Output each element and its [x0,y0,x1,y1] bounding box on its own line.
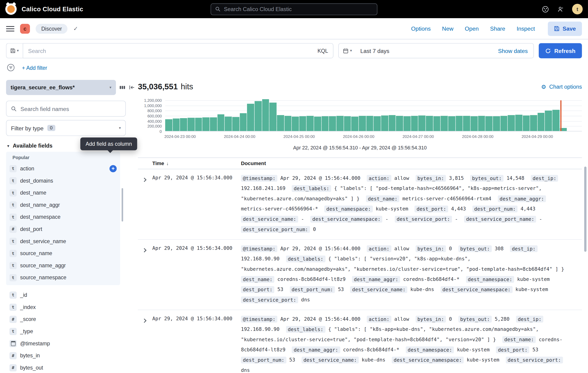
histogram-bar[interactable] [508,115,515,131]
calendar-button[interactable]: ▾ [339,43,356,58]
expand-row-button[interactable] [138,173,152,234]
histogram-bar[interactable] [530,115,537,131]
histogram-bar[interactable] [455,116,463,131]
field-item-_score[interactable]: #_score [6,313,120,325]
save-button[interactable]: Save [548,21,582,36]
histogram-bar[interactable] [419,116,426,131]
field-item-source_namespace[interactable]: tsource_namespace [6,272,120,284]
cluster-icon[interactable] [542,6,549,13]
histogram-bar[interactable] [255,101,262,131]
nav-link-new[interactable]: New [442,25,453,32]
histogram-bar[interactable] [403,116,410,131]
histogram-bar[interactable] [463,116,470,131]
histogram-bar[interactable] [374,116,381,131]
index-pattern-select[interactable]: tigera_secure_ee_flows* ▾ [6,80,116,95]
field-item-dest_service_name[interactable]: tdest_service_name [6,235,120,247]
histogram-bar[interactable] [359,116,366,131]
histogram-bar[interactable] [292,117,299,131]
expand-row-button[interactable] [138,243,152,305]
nav-link-share[interactable]: Share [490,25,505,32]
histogram-bar[interactable] [500,116,507,131]
histogram-bar[interactable] [485,116,493,131]
histogram-bar[interactable] [322,116,329,131]
histogram-bar[interactable] [523,116,530,131]
histogram-bar[interactable] [381,116,388,131]
field-item-source_name_aggr[interactable]: tsource_name_aggr [6,259,120,272]
histogram-bar[interactable] [314,117,321,131]
add-filter-button[interactable]: + Add filter [22,64,47,71]
histogram-bar[interactable] [396,116,403,131]
histogram-bar[interactable] [232,117,239,131]
histogram-bar[interactable] [188,118,195,131]
field-item-dest_domains[interactable]: tdest_domains [6,174,120,187]
grid-view-button[interactable] [119,84,125,91]
histogram-bar[interactable] [173,119,180,131]
field-item-bytes_out[interactable]: #bytes_out [6,362,120,373]
chart-options-button[interactable]: ⚙ Chart options [541,84,582,90]
histogram-bar[interactable] [180,118,187,131]
time-range-label[interactable]: Last 7 days [356,47,498,54]
histogram-bar[interactable] [247,104,254,131]
histogram-bar[interactable] [284,116,292,131]
field-item-@timestamp[interactable]: @timestamp [6,337,120,350]
histogram-bar[interactable] [389,115,396,131]
histogram-bar[interactable] [307,116,314,131]
histogram-bar[interactable] [240,113,247,131]
histogram-bar[interactable] [225,117,232,131]
table-scrollbar[interactable] [584,166,587,252]
collapse-sidebar-button[interactable] [129,84,135,91]
field-item-action[interactable]: taction+ [6,162,120,174]
field-item-dest_name[interactable]: tdest_name [6,187,120,199]
assistant-icon[interactable] [557,6,564,13]
space-avatar[interactable]: c [20,24,30,34]
field-item-bytes_in[interactable]: #bytes_in [6,350,120,362]
nav-link-open[interactable]: Open [465,25,479,32]
histogram-bar[interactable] [202,117,210,131]
kql-button[interactable]: KQL [317,48,328,54]
field-item-dest_namespace[interactable]: tdest_namespace [6,211,120,223]
histogram-bar[interactable] [471,116,478,131]
breadcrumb-discover[interactable]: Discover [36,24,68,34]
filter-icon[interactable] [7,63,15,72]
show-dates-button[interactable]: Show dates [498,47,534,54]
histogram-bar[interactable] [441,116,448,131]
histogram-bar[interactable] [411,116,418,131]
add-field-as-column-button[interactable]: + [109,165,116,172]
histogram-bar[interactable] [344,116,351,131]
histogram-bar[interactable] [545,111,552,131]
refresh-button[interactable]: Refresh [539,43,582,58]
histogram-bar[interactable] [478,116,485,131]
histogram-bar[interactable] [553,110,560,131]
query-input[interactable]: Search KQL [23,43,333,58]
global-search-input[interactable]: Search Calico Cloud Elastic [210,3,377,15]
histogram-bar[interactable] [269,102,276,131]
user-avatar[interactable]: t [572,4,583,14]
histogram-bar[interactable] [210,117,217,131]
field-item-source_name[interactable]: tsource_name [6,247,120,260]
histogram-bar[interactable] [299,116,306,131]
nav-link-inspect[interactable]: Inspect [516,25,535,32]
histogram-bar[interactable] [165,119,172,131]
histogram-bar[interactable] [217,114,224,131]
histogram-bar[interactable] [351,117,358,131]
expand-row-button[interactable] [138,314,152,373]
field-item-dest_port[interactable]: #dest_port [6,223,120,235]
field-item-_type[interactable]: t_type [6,325,120,337]
histogram-bar[interactable] [433,116,440,131]
time-column-header[interactable]: Time ↓ [152,161,241,166]
menu-button[interactable] [6,24,14,33]
field-item-dest_name_aggr[interactable]: tdest_name_aggr [6,199,120,211]
histogram-bar[interactable] [515,115,522,131]
filter-by-type-select[interactable]: Filter by type 0 ▾ [6,120,126,136]
nav-link-options[interactable]: Options [411,25,431,32]
histogram-bar[interactable] [493,116,500,131]
field-item-_id[interactable]: t_id [6,289,120,301]
field-item-_index[interactable]: t_index [6,301,120,313]
histogram-bar[interactable] [336,116,344,131]
histogram-bar[interactable] [262,99,269,131]
histogram-bar[interactable] [537,113,545,131]
sidebar-scrollbar[interactable] [122,188,123,222]
histogram-bar[interactable] [329,116,336,131]
saved-query-menu-button[interactable]: ▾ [6,43,22,58]
histogram-bar[interactable] [195,118,202,131]
